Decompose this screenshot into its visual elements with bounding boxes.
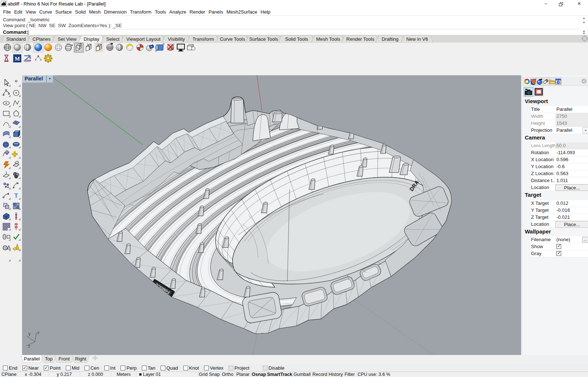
svg-text:Top: Top (45, 356, 53, 362)
svg-text:?: ? (557, 81, 559, 84)
svg-text:Set View: Set View (58, 36, 77, 42)
svg-text:Surface Tools: Surface Tools (249, 36, 278, 42)
svg-text:T: T (14, 193, 18, 199)
svg-text:z: z (28, 343, 31, 349)
svg-text:Display: Display (84, 36, 100, 42)
svg-text:y: y (28, 331, 31, 336)
svg-text:Mesh Tools: Mesh Tools (316, 36, 340, 42)
svg-text:Transform: Transform (193, 36, 214, 42)
svg-text:Right: Right (75, 356, 86, 362)
svg-text:Solid Tools: Solid Tools (285, 36, 308, 42)
svg-text:CPlanes: CPlanes (32, 36, 51, 42)
svg-text:Visibility: Visibility (168, 36, 185, 42)
svg-text:6: 6 (5, 1, 6, 4)
svg-text:Select: Select (106, 36, 120, 42)
svg-text:Curve Tools: Curve Tools (220, 36, 245, 42)
svg-text:Standard: Standard (6, 36, 26, 42)
svg-text:M: M (15, 56, 20, 62)
svg-text:Render Tools: Render Tools (346, 36, 374, 42)
svg-text:Viewport Layout: Viewport Layout (126, 36, 161, 42)
svg-text:x: x (37, 330, 40, 335)
svg-text:Front: Front (58, 356, 70, 362)
svg-text:New in V6: New in V6 (406, 36, 428, 42)
svg-text:Parallel: Parallel (24, 356, 40, 362)
svg-text:Drafting: Drafting (382, 36, 399, 42)
